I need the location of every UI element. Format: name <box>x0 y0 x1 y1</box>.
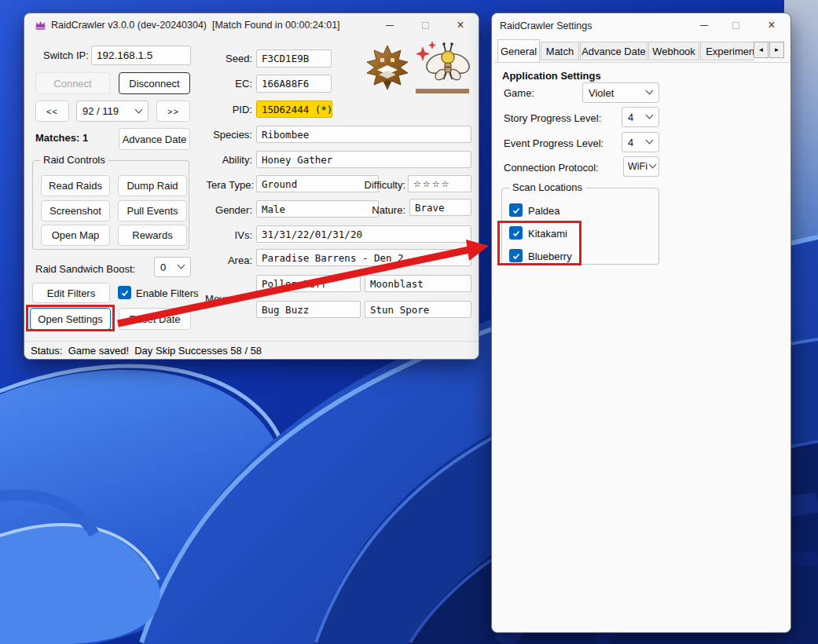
species-field[interactable]: Ribombee <box>256 126 471 143</box>
prev-raid-button[interactable]: << <box>35 101 69 122</box>
pull-events-button[interactable]: Pull Events <box>118 200 187 221</box>
area-label: Area: <box>196 254 252 266</box>
tab-advance-date[interactable]: Advance Date <box>580 42 647 60</box>
ground-underline-bar <box>416 89 469 93</box>
boost-value: 0 <box>160 262 166 273</box>
tabpage-border <box>494 62 789 63</box>
chevron-down-icon <box>178 262 185 269</box>
minimize-button[interactable] <box>374 13 405 37</box>
pid-label: PID: <box>196 104 252 115</box>
dump-raid-button[interactable]: Dump Raid <box>118 175 187 196</box>
tab-match[interactable]: Match <box>541 42 579 60</box>
check-icon <box>120 288 130 298</box>
moves-label: Moves: <box>180 293 238 305</box>
story-progress-label: Story Progress Level: <box>504 112 601 124</box>
close-button[interactable]: × <box>445 13 476 37</box>
connect-button[interactable]: Connect <box>35 72 110 94</box>
move-1-field[interactable]: Pollen Puff <box>256 275 361 292</box>
species-label: Species: <box>196 129 252 141</box>
move-4-field[interactable]: Stun Spore <box>365 301 471 318</box>
difficulty-field[interactable]: ☆☆☆☆ <box>408 175 471 192</box>
seed-label: Seed: <box>196 53 252 64</box>
open-map-button[interactable]: Open Map <box>41 225 110 246</box>
open-settings-highlight-box <box>26 305 115 331</box>
event-progress-dropdown[interactable]: 4 <box>622 132 659 152</box>
ec-label: EC: <box>196 78 252 90</box>
reset-date-button[interactable]: Reset Date <box>119 308 191 330</box>
raid-sandwich-boost-dropdown[interactable]: 0 <box>154 257 191 277</box>
settings-window: RaidCrawler Settings × General Match Adv… <box>491 13 791 633</box>
connection-protocol-dropdown[interactable]: WiFi <box>623 156 659 177</box>
ability-label: Ability: <box>196 154 252 166</box>
move-3-field[interactable]: Bug Buzz <box>256 301 361 318</box>
app-crown-icon <box>35 20 46 30</box>
screenshot-button[interactable]: Screenshot <box>41 200 110 221</box>
nature-field[interactable]: Brave <box>409 199 471 216</box>
nature-label: Nature: <box>343 204 405 216</box>
game-label: Game: <box>504 87 534 99</box>
ivs-label: IVs: <box>196 229 252 241</box>
tera-type-label: Tera Type: <box>185 179 254 191</box>
game-dropdown[interactable]: Violet <box>582 82 659 103</box>
tab-experiment[interactable]: Experiment <box>700 42 754 60</box>
event-progress-value: 4 <box>628 137 633 148</box>
raid-controls-group: Raid Controls Read Raids Dump Raid Scree… <box>32 160 189 250</box>
ground-tera-type-icon <box>366 45 409 90</box>
raid-controls-title: Raid Controls <box>40 154 108 166</box>
settings-titlebar[interactable]: RaidCrawler Settings × <box>492 13 790 38</box>
tab-webhook[interactable]: Webhook <box>648 42 699 60</box>
seed-field[interactable]: F3CD1E9B <box>256 49 332 68</box>
chevron-down-icon <box>646 87 654 95</box>
story-progress-dropdown[interactable]: 4 <box>622 107 659 127</box>
settings-close-button[interactable]: × <box>756 13 787 37</box>
edit-filters-button[interactable]: Edit Filters <box>32 283 110 303</box>
status-bar: Status: Game saved! Day Skip Successes 5… <box>24 341 479 359</box>
move-2-field[interactable]: Moonblast <box>365 275 471 292</box>
area-field[interactable]: Paradise Barrens - Den 2 <box>256 249 471 266</box>
maximize-button[interactable] <box>409 13 441 37</box>
arrow-left-icon: ◄ <box>758 46 765 53</box>
ec-field[interactable]: 166A88F6 <box>256 75 332 93</box>
main-titlebar[interactable]: RaidCrawler v3.0.0 (dev-20240304) [Match… <box>24 13 479 37</box>
check-icon <box>512 206 521 215</box>
raid-index-dropdown[interactable]: 92 / 119 <box>76 101 149 122</box>
minimize-icon <box>700 25 708 26</box>
enable-filters-checkbox[interactable] <box>118 286 131 299</box>
pid-field[interactable]: 15D62444 (*) <box>256 101 332 118</box>
gender-label: Gender: <box>196 204 252 216</box>
story-progress-value: 4 <box>628 112 633 123</box>
close-icon: × <box>768 19 775 31</box>
raid-index-value: 92 / 119 <box>83 105 119 117</box>
main-window-title: RaidCrawler v3.0.0 (dev-20240304) [Match… <box>51 13 340 37</box>
chevron-down-icon <box>646 137 654 145</box>
paldea-checkbox[interactable] <box>509 203 523 217</box>
settings-maximize-button[interactable] <box>720 13 751 37</box>
event-progress-label: Event Progress Level: <box>504 137 603 149</box>
advance-date-button[interactable]: Advance Date <box>119 128 190 150</box>
read-raids-button[interactable]: Read Raids <box>41 175 110 196</box>
disconnect-button[interactable]: Disconnect <box>119 72 190 94</box>
minimize-icon <box>386 25 394 26</box>
settings-minimize-button[interactable] <box>688 13 720 37</box>
connection-protocol-value: WiFi <box>628 161 647 172</box>
tab-general[interactable]: General <box>497 39 540 62</box>
settings-window-title: RaidCrawler Settings <box>500 13 592 38</box>
tab-scroll-right-button[interactable]: ► <box>769 42 784 58</box>
next-raid-button[interactable]: >> <box>156 101 190 122</box>
tab-scroll-left-button[interactable]: ◄ <box>754 42 768 58</box>
maximize-icon <box>422 22 429 29</box>
chevron-down-icon <box>646 112 654 119</box>
connection-protocol-label: Connection Protocol: <box>504 162 599 174</box>
matches-count: Matches: 1 <box>35 132 88 144</box>
arrow-right-icon: ► <box>774 46 780 53</box>
shiny-ribombee-sprite <box>415 40 471 90</box>
switch-ip-input[interactable] <box>91 46 191 65</box>
rewards-button[interactable]: Rewards <box>118 225 187 246</box>
chevron-down-icon <box>649 161 657 169</box>
chevron-down-icon <box>135 105 143 113</box>
ability-field[interactable]: Honey Gather <box>256 151 471 168</box>
desktop: RaidCrawler v3.0.0 (dev-20240304) [Match… <box>0 0 818 644</box>
raid-sandwich-boost-label: Raid Sandwich Boost: <box>35 263 135 275</box>
ivs-field[interactable]: 31/31/22/01/31/20 <box>256 225 471 243</box>
scan-locations-highlight-box <box>497 221 581 265</box>
